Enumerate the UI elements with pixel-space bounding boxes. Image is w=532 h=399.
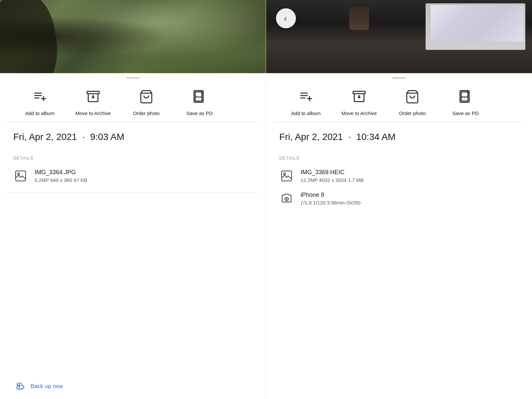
left-backup-label[interactable]: Back up now bbox=[31, 383, 63, 390]
backup-icon-left bbox=[13, 380, 25, 392]
left-panel: Add to album Move to Archive bbox=[0, 0, 266, 399]
svg-rect-10 bbox=[16, 171, 26, 181]
image-file-icon-right bbox=[279, 169, 294, 183]
right-date: Fri, Apr 2, 2021 bbox=[279, 132, 343, 142]
right-file-name: IMG_3369.HEIC bbox=[301, 169, 364, 176]
right-move-to-archive-label: Move to Archive bbox=[341, 110, 377, 117]
svg-text:PDF: PDF bbox=[196, 95, 202, 99]
left-add-to-album-button[interactable]: Add to album bbox=[13, 87, 66, 117]
right-add-to-album-button[interactable]: Add to album bbox=[279, 87, 332, 117]
left-date-time: Fri, Apr 2, 2021 · 9:03 AM bbox=[13, 132, 252, 142]
left-details-label: DETAILS bbox=[13, 156, 252, 161]
right-date-section: Fri, Apr 2, 2021 · 10:34 AM bbox=[266, 122, 532, 149]
left-order-photo-button[interactable]: Order photo bbox=[120, 87, 173, 117]
camera-icon-right bbox=[279, 191, 294, 206]
left-backup-row: Back up now bbox=[0, 374, 266, 399]
right-order-photo-label: Order photo bbox=[399, 110, 426, 117]
right-camera-model: iPhone 8 bbox=[301, 192, 360, 199]
right-photo: ‹ bbox=[266, 0, 532, 73]
shopping-cart-icon-left bbox=[136, 87, 156, 107]
left-divider-2 bbox=[7, 193, 259, 193]
left-file-row: IMG_3364.JPG 0.2MP 640 x 360 97 KB bbox=[13, 167, 252, 189]
right-file-info: IMG_3369.HEIC 12.2MP 4032 x 3024 1.7 MB bbox=[301, 169, 364, 183]
svg-text:PDF: PDF bbox=[462, 95, 468, 99]
pdf-icon-left: PDF bbox=[190, 87, 209, 107]
right-details-label: DETAILS bbox=[279, 156, 519, 161]
pdf-icon-right: PDF bbox=[456, 87, 475, 107]
left-order-photo-label: Order photo bbox=[133, 110, 160, 117]
left-move-to-archive-label: Move to Archive bbox=[75, 110, 111, 117]
move-to-archive-icon bbox=[83, 87, 103, 107]
svg-point-24 bbox=[284, 173, 286, 175]
right-dot: · bbox=[348, 132, 351, 142]
svg-point-26 bbox=[286, 198, 288, 200]
playlist-add-icon-right bbox=[296, 87, 316, 107]
svg-rect-18 bbox=[353, 91, 365, 94]
right-save-as-pdf-button[interactable]: PDF Save as PD bbox=[439, 87, 492, 117]
right-save-as-pdf-label: Save as PD bbox=[452, 110, 478, 117]
right-camera-info: iPhone 8 ƒ/1.8 1/120 3.99mm ISO50 bbox=[301, 192, 360, 205]
right-camera-row: iPhone 8 ƒ/1.8 1/120 3.99mm ISO50 bbox=[279, 189, 519, 208]
chevron-left-icon: ‹ bbox=[284, 14, 287, 23]
left-file-info: IMG_3364.JPG 0.2MP 640 x 360 97 KB bbox=[35, 169, 87, 183]
right-date-time: Fri, Apr 2, 2021 · 10:34 AM bbox=[279, 132, 519, 142]
right-add-to-album-label: Add to album bbox=[291, 110, 321, 117]
right-file-row: IMG_3369.HEIC 12.2MP 4032 x 3024 1.7 MB bbox=[279, 167, 519, 189]
left-bottom-sheet: Add to album Move to Archive bbox=[0, 79, 266, 399]
left-date: Fri, Apr 2, 2021 bbox=[13, 132, 77, 142]
back-button[interactable]: ‹ bbox=[276, 8, 296, 28]
image-file-icon-left bbox=[13, 169, 28, 183]
left-actions-row: Add to album Move to Archive bbox=[0, 79, 266, 122]
left-photo bbox=[0, 0, 266, 73]
right-order-photo-button[interactable]: Order photo bbox=[386, 87, 439, 117]
left-date-section: Fri, Apr 2, 2021 · 9:03 AM bbox=[0, 122, 266, 149]
svg-rect-23 bbox=[282, 171, 292, 181]
svg-point-11 bbox=[18, 173, 20, 175]
left-time: 9:03 AM bbox=[90, 132, 124, 142]
left-details-section: DETAILS IMG_3364.JPG 0.2MP 640 x 360 97 … bbox=[0, 149, 266, 193]
left-dot: · bbox=[82, 132, 85, 142]
left-file-name: IMG_3364.JPG bbox=[35, 169, 87, 176]
left-add-to-album-label: Add to album bbox=[25, 110, 55, 117]
shopping-cart-icon-right bbox=[402, 87, 422, 107]
right-camera-specs: ƒ/1.8 1/120 3.99mm ISO50 bbox=[301, 200, 360, 205]
right-details-section: DETAILS IMG_3369.HEIC 12.2MP 4032 x 3024… bbox=[266, 149, 532, 212]
right-panel: ‹ Add to album bbox=[266, 0, 532, 399]
left-save-as-pdf-button[interactable]: PDF Save as PD bbox=[173, 87, 226, 117]
right-actions-row: Add to album Move to Archive bbox=[266, 79, 532, 122]
svg-rect-5 bbox=[87, 91, 99, 94]
svg-point-12 bbox=[19, 390, 20, 391]
move-to-archive-icon-right bbox=[349, 87, 369, 107]
right-time: 10:34 AM bbox=[356, 132, 395, 142]
playlist-add-icon bbox=[30, 87, 50, 107]
right-move-to-archive-button[interactable]: Move to Archive bbox=[332, 87, 386, 117]
left-move-to-archive-button[interactable]: Move to Archive bbox=[66, 87, 120, 117]
right-bottom-sheet: Add to album Move to Archive bbox=[266, 79, 532, 399]
right-file-meta: 12.2MP 4032 x 3024 1.7 MB bbox=[301, 177, 364, 183]
left-file-meta: 0.2MP 640 x 360 97 KB bbox=[35, 177, 87, 183]
left-save-as-pdf-label: Save as PD bbox=[186, 110, 212, 117]
